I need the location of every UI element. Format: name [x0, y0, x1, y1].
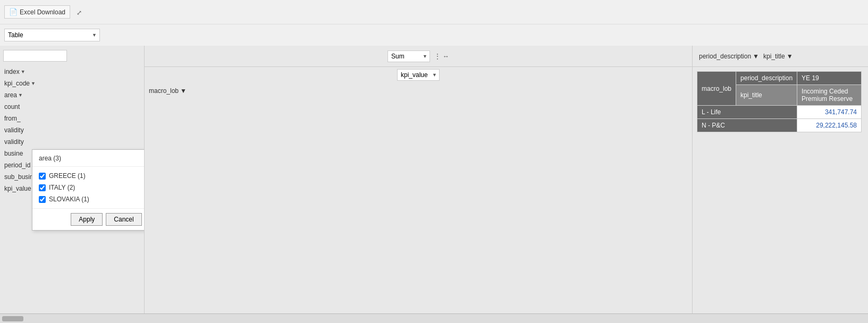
field-area-arrow: ▼ — [18, 92, 23, 98]
field-kpi-code-arrow: ▼ — [31, 81, 36, 86]
sort-icon[interactable]: ⋮ — [434, 53, 441, 60]
area-popup: area (3) GREECE (1) ITALY (2) SLOVAKIA (… — [32, 149, 145, 231]
field-validity1[interactable]: validity — [3, 124, 141, 136]
field-validity2[interactable]: validity — [3, 136, 141, 148]
selector-row: Table — [0, 24, 868, 46]
middle-panel: Sum ⋮ ↔ kpi_value macro_lob ▼ — [145, 46, 693, 313]
toolbar: 📄 Excel Download ⤢ — [0, 0, 868, 24]
middle-content: macro_lob ▼ — [145, 83, 692, 313]
middle-subheader: kpi_value — [145, 67, 692, 83]
right-header: period_description ▼ kpi_title ▼ — [693, 46, 868, 67]
l-life-label: L - Life — [697, 106, 797, 119]
field-count-label: count — [4, 103, 20, 110]
period-desc-th: period_description — [736, 72, 797, 85]
table-select-wrapper: Table — [4, 29, 100, 41]
area-popup-title: area (3) — [32, 150, 145, 167]
macro-lob-arrow: ▼ — [180, 87, 187, 95]
search-input[interactable] — [3, 50, 67, 62]
field-kpi-value-label: kpi_value — [4, 185, 31, 192]
field-count[interactable]: count — [3, 101, 141, 113]
right-panel: period_description ▼ kpi_title ▼ macro_l… — [693, 46, 868, 313]
kpi-title-arrow: ▼ — [787, 53, 793, 60]
field-from[interactable]: from_ — [3, 113, 141, 124]
left-panel: index ▼ kpi_code ▼ area ▼ count from_ va… — [0, 46, 145, 313]
field-index-arrow: ▼ — [21, 69, 26, 74]
field-index[interactable]: index ▼ — [3, 66, 141, 78]
field-busine-label: busine — [4, 150, 23, 157]
sum-select-wrapper: Sum — [387, 50, 430, 62]
field-from-label: from_ — [4, 115, 21, 122]
expand-cols-icon[interactable]: ↔ — [443, 53, 449, 60]
area-label-slovakia: SLOVAKIA (1) — [49, 196, 89, 203]
ye19-th: YE 19 — [797, 72, 862, 85]
kpi-title-header[interactable]: kpi_title ▼ — [763, 53, 793, 60]
field-area-label: area — [4, 91, 17, 99]
kpi-select[interactable]: kpi_value — [397, 69, 440, 81]
field-validity2-label: validity — [4, 138, 24, 146]
field-period-id-label: period_id — [4, 162, 30, 169]
field-kpi-code[interactable]: kpi_code ▼ — [3, 78, 141, 89]
area-label-greece: GREECE (1) — [49, 172, 86, 180]
n-pac-label: N - P&C — [697, 119, 797, 132]
field-kpi-code-label: kpi_code — [4, 80, 30, 87]
area-checkbox-slovakia[interactable] — [39, 196, 46, 203]
excel-download-label: Excel Download — [20, 8, 65, 16]
incoming-th: Incoming Ceded Premium Reserve — [797, 85, 862, 106]
expand-icon: ⤢ — [77, 9, 82, 16]
macro-lob-label: macro_lob — [149, 87, 179, 95]
area-item-italy[interactable]: ITALY (2) — [39, 182, 145, 193]
header-icons: ⋮ ↔ — [434, 53, 449, 60]
area-popup-list: GREECE (1) ITALY (2) SLOVAKIA (1) — [32, 167, 145, 208]
period-description-label: period_description — [699, 53, 751, 60]
n-pac-value: 29,222,145.58 — [797, 119, 862, 132]
table-select[interactable]: Table — [4, 29, 100, 41]
excel-icon: 📄 — [9, 8, 18, 16]
l-life-value: 341,747.74 — [797, 106, 862, 119]
area-checkbox-greece[interactable] — [39, 173, 46, 180]
area-item-greece[interactable]: GREECE (1) — [39, 170, 145, 182]
field-validity1-label: validity — [4, 126, 24, 134]
area-apply-button[interactable]: Apply — [71, 213, 103, 226]
period-description-header[interactable]: period_description ▼ — [699, 53, 759, 60]
area-label-italy: ITALY (2) — [49, 184, 75, 191]
period-description-arrow: ▼ — [753, 53, 759, 60]
middle-header: Sum ⋮ ↔ — [145, 46, 692, 67]
field-area[interactable]: area ▼ — [3, 89, 141, 101]
macro-lob-badge[interactable]: macro_lob ▼ — [149, 87, 187, 95]
scrollbar-bottom[interactable] — [0, 313, 868, 323]
macro-lob-th: macro_lob — [697, 72, 736, 106]
kpi-select-wrapper: kpi_value — [397, 69, 440, 81]
right-content: macro_lob period_description YE 19 kpi_t… — [693, 67, 868, 313]
expand-button[interactable]: ⤢ — [74, 7, 84, 18]
area-item-slovakia[interactable]: SLOVAKIA (1) — [39, 193, 145, 205]
sum-select[interactable]: Sum — [387, 50, 430, 62]
excel-download-button[interactable]: 📄 Excel Download — [4, 5, 70, 19]
table-row: L - Life 341,747.74 — [697, 106, 862, 119]
table-row: N - P&C 29,222,145.58 — [697, 119, 862, 132]
data-table: macro_lob period_description YE 19 kpi_t… — [697, 71, 862, 132]
kpi-title-th: kpi_title — [736, 85, 797, 106]
kpi-title-label: kpi_title — [763, 53, 785, 60]
area-cancel-button[interactable]: Cancel — [106, 213, 141, 226]
area-checkbox-italy[interactable] — [39, 184, 46, 191]
field-index-label: index — [4, 68, 20, 75]
scrollbar-thumb — [2, 316, 23, 321]
area-popup-footer: Apply Cancel — [32, 208, 145, 230]
main-content: index ▼ kpi_code ▼ area ▼ count from_ va… — [0, 46, 868, 313]
